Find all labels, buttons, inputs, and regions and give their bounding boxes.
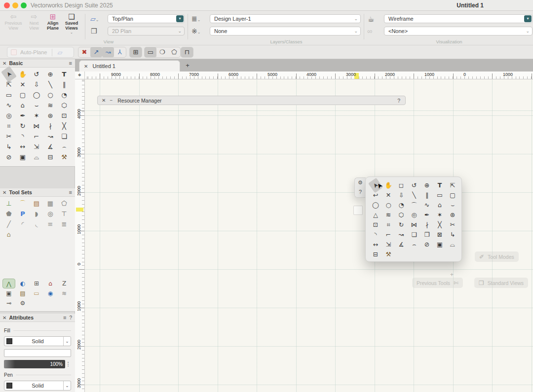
freehand-tool[interactable]: ∿ — [421, 200, 433, 210]
next-view-button[interactable]: ⇨ Next View — [25, 13, 43, 31]
minimize-icon[interactable]: − — [110, 98, 113, 103]
vertical-ruler[interactable]: 40003000200010000100020003000 — [75, 79, 85, 392]
snap-to-object-button[interactable]: ↗ — [90, 47, 102, 57]
roadway-straight-tool[interactable]: ╱ — [2, 219, 15, 229]
plan-rotation-icon[interactable]: ❒ — [91, 27, 97, 35]
close-icon[interactable]: ✕ — [2, 315, 6, 321]
select-similar-tool[interactable]: ⊛ — [447, 210, 458, 220]
translate-view-tool[interactable]: ◻ — [395, 180, 407, 190]
fill-style-select[interactable]: Solid ⌄ — [4, 336, 71, 346]
curb-tool[interactable]: ◗ — [30, 209, 43, 219]
delete-vertex-tool[interactable]: ✕ — [16, 79, 29, 90]
menu-icon[interactable]: ≡ — [69, 189, 72, 195]
diameter-dimension-tool[interactable]: ⊘ — [2, 152, 15, 162]
freehand-tool[interactable]: ∿ — [2, 100, 15, 110]
regular-polygon-tool[interactable]: ⬡ — [58, 100, 71, 110]
grade-tool[interactable]: ⬟ — [2, 209, 15, 219]
wand-tool[interactable]: ✶ — [30, 110, 43, 121]
diameter-dimension-tool[interactable]: ⊘ — [421, 240, 433, 249]
line-tool[interactable]: ╲ — [408, 190, 420, 200]
flyover-tool[interactable]: ↺ — [30, 69, 43, 79]
roadway-corner-tool[interactable]: ◟ — [30, 219, 43, 229]
shell-solid-tool[interactable]: ❏ — [58, 131, 71, 142]
zoom-tool[interactable]: ⊕ — [44, 69, 57, 79]
align-plane-button[interactable]: ⊞ Align Plane — [44, 13, 61, 31]
trim-tool[interactable]: ✂ — [2, 131, 15, 142]
polygon-tool[interactable]: ⌂ — [16, 100, 29, 110]
intersect-tool[interactable]: ╳ — [434, 220, 446, 230]
spiral-tool[interactable]: ◎ — [408, 210, 420, 220]
auto-plane-checkbox[interactable] — [11, 49, 17, 55]
chamfer-tool[interactable]: ⌐ — [382, 230, 394, 240]
rotate-tool[interactable]: ↻ — [16, 121, 29, 131]
tape-measure-tool[interactable]: ▣ — [434, 240, 446, 249]
fillet-tool[interactable]: ◝ — [16, 131, 29, 142]
move-by-points-tool[interactable]: ↳ — [447, 230, 458, 240]
fill-opacity-control[interactable]: 100% ⋮ — [4, 360, 71, 368]
view-reference-select[interactable]: <None> ⌄ — [384, 27, 533, 36]
category-gis[interactable]: ◐ — [16, 279, 29, 288]
bridge-tool[interactable]: ≣ — [58, 219, 71, 229]
gear-icon[interactable]: ⚙ — [355, 178, 366, 187]
mirror-tool[interactable]: ⋈ — [408, 220, 420, 230]
polygon-selection-button[interactable]: ⬠ — [168, 47, 180, 57]
roadway-curved-tool[interactable]: ◜ — [16, 219, 29, 229]
close-window-button[interactable] — [4, 2, 10, 8]
split-tool[interactable]: ∤ — [421, 220, 433, 230]
plan-mode-select[interactable]: 2D Plan ⌄ — [108, 27, 185, 36]
radial-dimension-tool[interactable]: ⌢ — [408, 240, 420, 249]
eyedropper-tool[interactable]: ✒ — [421, 210, 433, 220]
category-machine-design[interactable]: ◉ — [44, 288, 57, 298]
horizontal-ruler[interactable]: 9000800070006000500040003000200010000100… — [85, 71, 533, 79]
pan-tool[interactable]: ✋ — [16, 69, 29, 79]
oval-tool[interactable]: ○ — [44, 90, 57, 100]
eyedropper-tool[interactable]: ✒ — [16, 110, 29, 121]
surface-tool[interactable]: ≋ — [382, 210, 394, 220]
texture-bed-tool[interactable]: ▦ — [44, 198, 57, 209]
center-mark-tool[interactable]: ⊟ — [44, 152, 57, 162]
intersect-tool[interactable]: ╳ — [58, 121, 71, 131]
attribute-mapping-tool[interactable]: ⚒ — [382, 249, 394, 259]
unconstrained-dimension-tool[interactable]: ⇲ — [382, 240, 394, 249]
clip-tool[interactable]: ⊡ — [58, 110, 71, 121]
arc-tool[interactable]: ◔ — [395, 200, 407, 210]
oval-tool[interactable]: ○ — [382, 200, 394, 210]
ruler-origin-icon[interactable]: ⌖ — [75, 71, 85, 79]
connect-combine-tool[interactable]: ↝ — [395, 230, 407, 240]
double-line-tool[interactable]: ∥ — [58, 79, 71, 90]
radial-dimension-tool[interactable]: ⌢ — [58, 142, 71, 152]
mirror-tool[interactable]: ⋈ — [30, 121, 43, 131]
surface-tool[interactable]: ≋ — [44, 100, 57, 110]
flyover-tool[interactable]: ↺ — [408, 180, 420, 190]
category-camera[interactable]: ▣ — [2, 288, 15, 298]
roadway-tool[interactable]: ⌒ — [16, 198, 29, 209]
massing-model-tool[interactable]: ⌂ — [2, 229, 15, 240]
connect-combine-tool[interactable]: ↝ — [44, 131, 57, 142]
lasso-selection-button[interactable]: ❍ — [156, 47, 168, 57]
category-architecture[interactable]: ⌂ — [44, 279, 57, 288]
dimension-tool[interactable]: ↔ — [16, 142, 29, 152]
category-text[interactable]: ≋ — [58, 288, 71, 298]
category-settings[interactable]: ⚙ — [16, 298, 29, 308]
select-similar-tool[interactable]: ⊛ — [44, 110, 57, 121]
zoom-tool[interactable]: ⊕ — [421, 180, 433, 190]
circle-tool[interactable]: ◯ — [30, 90, 43, 100]
trim-tool[interactable]: ✂ — [447, 220, 458, 230]
unconstrained-dimension-tool[interactable]: ⇲ — [30, 142, 43, 152]
shell-solid-tool[interactable]: ❏ — [408, 230, 420, 240]
polygon-tool[interactable]: ⌂ — [434, 200, 446, 210]
previous-view-button[interactable]: ⇦ Previous View — [4, 13, 23, 31]
attribute-mapping-tool[interactable]: ⚒ — [58, 152, 71, 162]
close-icon[interactable]: ✕ — [102, 98, 106, 103]
double-line-tool[interactable]: ∥ — [421, 190, 433, 200]
close-icon[interactable]: ✕ — [2, 190, 6, 195]
spiral-tool[interactable]: ◎ — [2, 110, 15, 121]
duplicate-along-path-tool[interactable]: ❐ — [421, 230, 433, 240]
arc-by-points-tool[interactable]: ⌒ — [408, 200, 420, 210]
resize-tool[interactable]: ⊠ — [434, 230, 446, 240]
roundabout-tool[interactable]: ◎ — [44, 209, 57, 219]
category-connectors[interactable]: ⊸ — [2, 298, 15, 308]
new-tab-button[interactable]: + — [183, 61, 192, 71]
tape-measure-tool[interactable]: ▣ — [16, 152, 29, 162]
menu-icon[interactable]: ≡ — [69, 60, 72, 66]
